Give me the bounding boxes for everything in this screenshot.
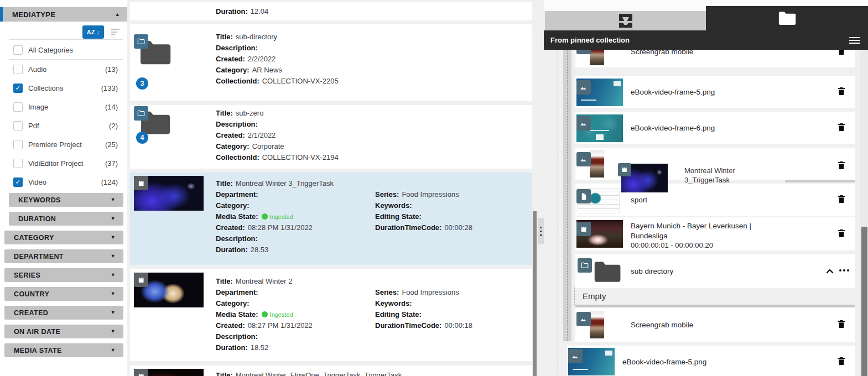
pinned-item-screengrab-mobile-2[interactable]: Screengrab mobile (575, 307, 855, 342)
sort-alphabetical-button[interactable]: AZ ↓ (82, 25, 104, 39)
result-card-partial-top[interactable]: Duration:12.04 (130, 2, 532, 20)
delete-button[interactable] (836, 160, 847, 172)
panel-scrollbar-thumb[interactable] (861, 227, 867, 376)
filter-row-audio[interactable]: Audio (13) (0, 60, 127, 79)
metadata-row: Duration:18.52 (216, 342, 313, 353)
result-card-sub-directory[interactable]: 3 Title:sub-directory Description: Creat… (130, 24, 532, 101)
filters-sidebar: MEDIATYPE ▲ AZ ↓ All Categories Audio (1… (0, 0, 127, 376)
menu-icon[interactable] (849, 37, 860, 44)
checkbox-collections[interactable]: ✓ (13, 83, 23, 93)
filter-row-pdf[interactable]: Pdf (2) (0, 116, 127, 135)
checkbox-image[interactable] (13, 102, 23, 112)
sidebar-section-series[interactable]: SERIES ▼ (4, 268, 123, 282)
checkbox-vidieditor-project[interactable] (13, 159, 23, 168)
metadata-row: Created:2/1/2022 (216, 130, 339, 141)
collection-icon-group: 4 (134, 105, 206, 177)
delete-button[interactable] (836, 228, 847, 240)
result-card-montreal-winter-flowone-partial[interactable]: Title:Montreal Winter_FlowOne_TriggerTas… (130, 365, 532, 376)
checkbox-premiere-project[interactable] (13, 140, 23, 149)
result-card-sub-zero[interactable]: 4 Title:sub-zero Description: Created:2/… (130, 105, 532, 169)
delete-button[interactable] (836, 86, 847, 98)
pinned-item-sub-directory[interactable]: sub directory (575, 254, 855, 288)
results-scrollbar-thumb[interactable] (533, 211, 537, 376)
checkbox-video[interactable]: ✓ (13, 177, 23, 187)
item-count-badge: 4 (136, 132, 148, 144)
section-label: DURATION (18, 215, 56, 223)
video-badge-icon (134, 273, 148, 287)
tree-guide-line (567, 50, 568, 341)
item-label: sub directory (631, 254, 673, 288)
field-label: DurationTimeCode: (375, 223, 441, 232)
dragged-item-montreal-winter-3[interactable]: Montreal Winter 3_TriggerTask (618, 162, 756, 196)
metadata-row: CollectionId:COLLECTION-VX-2194 (216, 152, 339, 163)
field-label: Description: (216, 332, 258, 341)
sidebar-section-department[interactable]: DEPARTMENT ▼ (4, 249, 123, 263)
filter-count: (13) (105, 65, 118, 74)
collapse-folder-button[interactable] (824, 267, 835, 277)
tab-inbox[interactable] (545, 11, 706, 30)
metadata-row: Category:AR News (216, 65, 339, 76)
field-value: COLLECTION-VX-2194 (262, 153, 339, 161)
collection-badge-icon (134, 34, 148, 49)
field-label: Series: (375, 288, 399, 296)
field-label: Title: (216, 371, 233, 376)
chevron-down-icon: ▼ (111, 291, 116, 296)
field-label: Title: (216, 179, 233, 187)
sort-by-count-icon[interactable] (111, 29, 120, 35)
filter-row-video[interactable]: ✓ Video (124) (0, 173, 127, 191)
delete-button[interactable] (836, 194, 847, 206)
image-badge-icon (576, 80, 591, 95)
field-label: Keywords: (375, 201, 412, 210)
field-label: Created: (216, 321, 245, 330)
filter-row-collections[interactable]: ✓ Collections (133) (0, 79, 127, 97)
field-label: Editing State: (375, 212, 422, 221)
sidebar-section-on-air-date[interactable]: ON AIR DATE ▼ (4, 325, 123, 338)
checkbox-pdf[interactable] (13, 121, 23, 130)
item-label: Montreal Winter 3_TriggerTask (684, 166, 746, 185)
inbox-icon (616, 13, 635, 29)
result-card-montreal-winter-2[interactable]: Title:Montreal Winter 2 Department: Cate… (130, 269, 532, 361)
filter-row-image[interactable]: Image (14) (0, 97, 127, 116)
tab-pinned-collection[interactable] (706, 6, 868, 30)
field-label: Category: (216, 299, 250, 307)
sidebar-section-keywords[interactable]: KEYWORDS ▼ (9, 193, 123, 207)
field-value: Montreal Winter_FlowOne_TriggerTask_Trig… (236, 371, 402, 376)
pinned-item-ebook-frame-5-root[interactable]: eBook-video-frame-5.png (567, 346, 855, 376)
result-card-montreal-winter-3-selected[interactable]: Title:Montreal Winter 3_TriggerTask Depa… (130, 173, 532, 265)
checkmark-icon: ✓ (15, 85, 20, 91)
section-label: DEPARTMENT (14, 253, 64, 260)
checkbox-audio[interactable] (13, 65, 23, 74)
video-badge-icon (134, 176, 148, 190)
filter-row-premiere-project[interactable]: Premiere Project (25) (0, 135, 127, 154)
field-value: Montreal Winter 2 (236, 277, 293, 285)
delete-button[interactable] (836, 318, 847, 331)
divider (9, 39, 123, 40)
pinned-item-ebook-frame-5[interactable]: eBook-video-frame-5.png (575, 76, 855, 108)
panel-splitter-handle[interactable] (538, 218, 544, 244)
sidebar-section-media-state[interactable]: MEDIA STATE ▼ (4, 343, 123, 357)
sidebar-section-created[interactable]: CREATED ▼ (4, 306, 123, 320)
metadata-row: Title:sub-directory (216, 32, 339, 43)
status-badge: Ingested (270, 311, 293, 318)
metadata-row: Created:08:28 PM 1/31/2022 (216, 222, 313, 233)
sidebar-section-country[interactable]: COUNTRY ▼ (4, 287, 123, 301)
filter-row-all-categories[interactable]: All Categories (0, 40, 127, 59)
filter-row-vidieditor-project[interactable]: VidiEditor Project (37) (0, 154, 127, 173)
metadata-column-right: Series:Food Impressions Keywords: Editin… (375, 287, 472, 331)
pinned-item-bayern-munich[interactable]: Bayern Munich - Bayer Leverkusen | Bunde… (575, 217, 855, 250)
metadata-row: Department: (216, 287, 313, 298)
delete-button[interactable] (836, 356, 847, 368)
sidebar-section-category[interactable]: CATEGORY ▼ (4, 231, 123, 244)
field-label: CollectionId: (216, 77, 259, 85)
metadata-row: Category:Corporate (216, 141, 339, 152)
section-label: SERIES (14, 271, 40, 279)
section-label: CATEGORY (14, 234, 54, 242)
more-options-button[interactable] (839, 269, 849, 271)
field-label: Description: (216, 44, 258, 52)
sidebar-section-mediatype[interactable]: MEDIATYPE ▲ (0, 7, 127, 22)
drop-insertion-indicator (785, 180, 855, 182)
checkbox-all-categories[interactable] (13, 45, 23, 55)
delete-button[interactable] (836, 122, 847, 134)
pinned-item-ebook-frame-6[interactable]: eBook-video-frame-6.png (575, 112, 855, 144)
sidebar-section-duration[interactable]: DURATION ▼ (9, 212, 123, 226)
